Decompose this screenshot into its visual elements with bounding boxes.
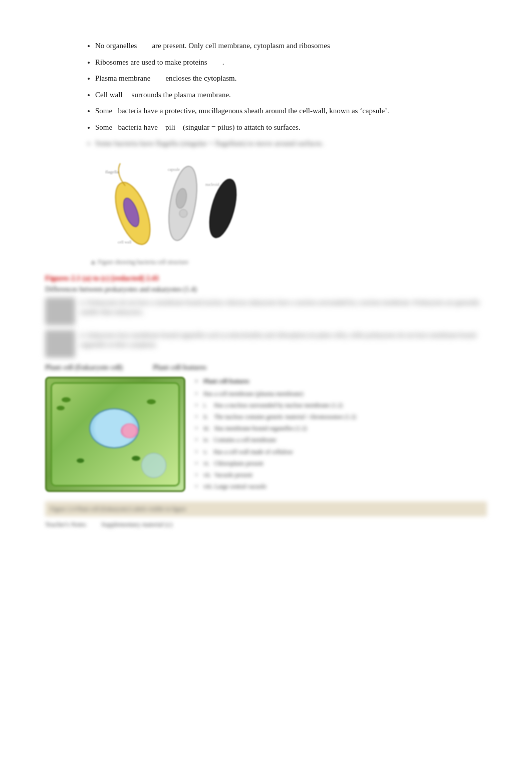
eukaryote-feature-heading: Plant cell features <box>195 377 487 386</box>
eukaryote-feature-9: viii. Large central vacuole <box>195 482 487 491</box>
footer-right: Supplementary material (c) <box>101 520 172 529</box>
eukaryote-feature-7: vi. Chloroplasts present <box>195 459 487 468</box>
bacteria-image-area: flagella cell wall capsule nucleoid <box>90 158 487 253</box>
eukaryote-feature-6: v. Has a cell wall made of cellulose <box>195 447 487 457</box>
svg-text:capsule: capsule <box>168 167 180 172</box>
bacteria-caption: ▲ Figure showing bacteria cell structure <box>90 258 487 266</box>
eukaryote-feature-2: i. Has a nucleus surrounded by nuclear m… <box>195 401 487 410</box>
eukaryote-feature-3: ii. The nucleus contains genetic materia… <box>195 412 487 422</box>
svg-text:nucleoid: nucleoid <box>205 182 219 187</box>
eukaryote-feature-8: vii. Vacuole present <box>195 470 487 480</box>
section-subheading: Differences between prokaryotes and euka… <box>45 286 487 294</box>
bullet-item-6: Some bacteria have pili (singular = pilu… <box>95 122 487 133</box>
eukaryote-feature-5: iv. Contains a cell membrane <box>195 435 487 445</box>
svg-point-4 <box>179 209 187 217</box>
eukaryote-feature-4: iii. Has membrane-bound organelles (1.2) <box>195 424 487 433</box>
eukaryote-feature-1: Has a cell membrane (plasma membrane) <box>195 389 487 399</box>
bullet-item-4: Cell wallsurrounds the plasma membrane. <box>95 89 487 101</box>
bullet-item-5: Some bacteria have a protective, mucilla… <box>95 105 487 117</box>
footer-left: Teacher's Notes <box>45 520 86 529</box>
bottom-spacer <box>45 529 487 619</box>
features-label: Plant cell features <box>153 364 206 372</box>
section-heading: Figures 2.1 (a) to (c) [redacted] 2.41 <box>45 274 487 283</box>
blurred-paragraph-1: ii. Prokaryotes do not have a membrane-b… <box>45 298 487 325</box>
bullet-item-7: Some bacteria have flagella (singular = … <box>95 138 487 149</box>
main-bullet-list: No organellesare present. Only cell memb… <box>95 40 487 149</box>
svg-text:flagella: flagella <box>105 169 119 174</box>
bullet-item-3: Plasma membraneencloses the cytoplasm. <box>95 73 487 84</box>
section-label-row: Plant cell (Eukaryote cell) Plant cell f… <box>45 364 487 372</box>
bullet-item-1: No organellesare present. Only cell memb… <box>95 40 487 52</box>
blurred-paragraph-2: ii. Eukaryotes have membrane-bound organ… <box>45 330 487 358</box>
footer-section: Teacher's Notes Supplementary material (… <box>45 520 487 529</box>
bottom-info-bar: Figure 2.4 Plant cell (Eukaryote) Labels… <box>45 501 487 516</box>
eukaryote-section: Plant cell features Has a cell membrane … <box>45 377 487 494</box>
svg-text:cell wall: cell wall <box>118 240 132 244</box>
bacteria-diagram: flagella cell wall capsule nucleoid <box>90 158 240 253</box>
bullet-item-2: Ribosomes are used to make proteins. <box>95 57 487 68</box>
eukaryote-features-list: Plant cell features Has a cell membrane … <box>195 377 487 494</box>
plant-cell-label: Plant cell (Eukaryote cell) <box>45 364 123 372</box>
plant-cell-image <box>45 377 185 492</box>
